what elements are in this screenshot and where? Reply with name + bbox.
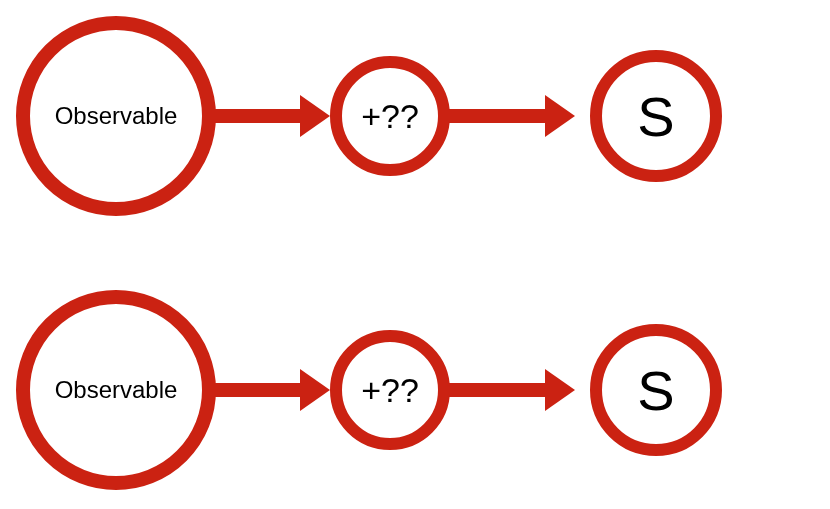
node-label: Observable	[55, 376, 178, 404]
node-observable: Observable	[16, 290, 216, 490]
node-label: S	[637, 84, 674, 149]
node-label: S	[637, 358, 674, 423]
node-operator: +??	[330, 56, 450, 176]
node-sink: S	[590, 324, 722, 456]
diagram: Observable +?? S Observable +?? S	[0, 0, 830, 509]
node-observable: Observable	[16, 16, 216, 216]
node-operator: +??	[330, 330, 450, 450]
node-label: Observable	[55, 102, 178, 130]
node-sink: S	[590, 50, 722, 182]
node-label: +??	[361, 97, 419, 136]
node-label: +??	[361, 371, 419, 410]
